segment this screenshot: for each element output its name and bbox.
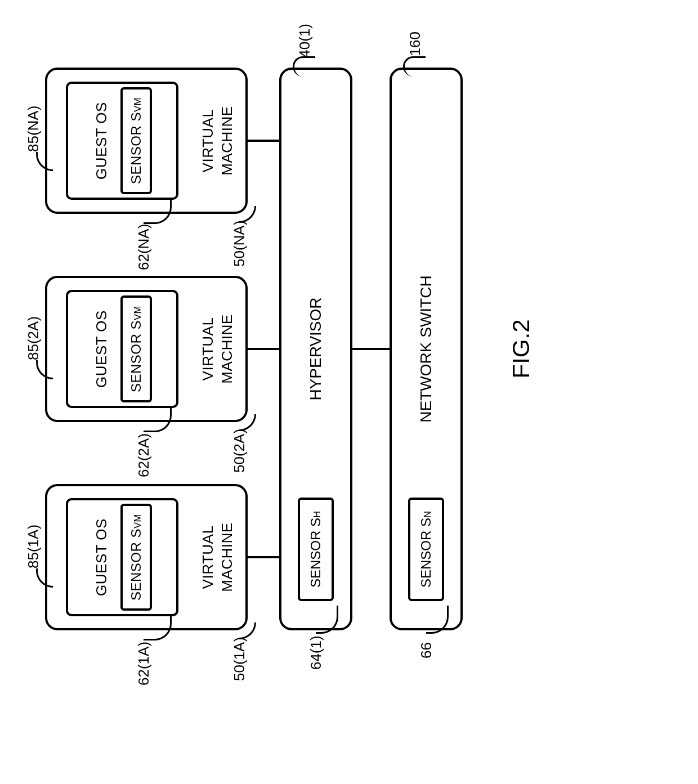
diagram-canvas: 85(1A) GUEST OS SENSOR SVM VIRTUALMACHIN…	[45, 45, 535, 653]
leader-hypervisor	[293, 56, 315, 77]
leader-sensor-1	[144, 616, 172, 640]
vm-label-1: VIRTUALMACHINE	[199, 522, 237, 592]
vm-row: 85(1A) GUEST OS SENSOR SVM VIRTUALMACHIN…	[45, 68, 279, 630]
guest-os-box-1: GUEST OS SENSOR SVM	[66, 498, 178, 616]
vm-sensor-1: SENSOR SVM	[120, 504, 152, 611]
leader-vm-1	[239, 622, 256, 639]
ref-switch-sensor: 66	[418, 642, 435, 658]
vm-column-2: 85(2A) GUEST OS SENSOR SVM VIRTUALMACHIN…	[45, 276, 279, 422]
connector-hyp-switch	[352, 348, 390, 350]
ref-vm-3: 50(NA)	[231, 221, 248, 267]
ref-os-2: 85(2A)	[25, 316, 42, 360]
vm-box-2: GUEST OS SENSOR SVM VIRTUALMACHINE	[45, 276, 248, 422]
vm-box-1: GUEST OS SENSOR SVM VIRTUALMACHINE	[45, 484, 248, 630]
ref-hyp-sensor: 64(1)	[307, 635, 325, 670]
leader-os-1	[36, 568, 53, 588]
leader-sensor-3	[144, 199, 172, 224]
hypervisor-sensor: SENSOR SH	[298, 498, 334, 601]
vm-label-3: VIRTUALMACHINE	[199, 106, 237, 175]
ref-sensor-3: 62(NA)	[135, 224, 153, 270]
guest-os-label-3: GUEST OS	[93, 102, 110, 180]
ref-sensor-2: 62(2A)	[135, 433, 153, 477]
hypervisor-box: SENSOR SH HYPERVISOR	[279, 68, 352, 630]
connector-vm2-hyp	[248, 348, 279, 350]
ref-hypervisor: 40(1)	[296, 24, 314, 58]
leader-switch	[403, 56, 426, 77]
hypervisor-label: HYPERVISOR	[307, 297, 325, 400]
switch-label: NETWORK SWITCH	[417, 275, 435, 422]
leader-sensor-2	[144, 407, 172, 432]
ref-os-3: 85(NA)	[25, 106, 42, 152]
vm-box-3: GUEST OS SENSOR SVM VIRTUALMACHINE	[45, 68, 248, 214]
vm-column-3: 85(NA) GUEST OS SENSOR SVM VIRTUALMACHIN…	[45, 68, 279, 214]
connector-vm3-hyp	[248, 140, 279, 142]
guest-os-box-2: GUEST OS SENSOR SVM	[66, 290, 178, 408]
connector-vm1-hyp	[248, 556, 279, 558]
vm-column-1: 85(1A) GUEST OS SENSOR SVM VIRTUALMACHIN…	[45, 484, 279, 630]
ref-vm-1: 50(1A)	[231, 637, 248, 681]
guest-os-box-3: GUEST OS SENSOR SVM	[66, 82, 178, 200]
ref-vm-2: 50(2A)	[231, 429, 248, 473]
figure-label: FIG.2	[508, 45, 535, 653]
vm-label-2: VIRTUALMACHINE	[199, 314, 237, 383]
leader-os-3	[36, 152, 53, 171]
ref-sensor-1: 62(1A)	[135, 642, 153, 686]
ref-os-1: 85(1A)	[25, 525, 42, 568]
switch-sensor: SENSOR SN	[408, 498, 444, 601]
guest-os-label-2: GUEST OS	[93, 310, 110, 388]
hyp-switch-connector-wrap	[352, 68, 390, 630]
guest-os-label-1: GUEST OS	[93, 518, 110, 596]
switch-box: SENSOR SN NETWORK SWITCH	[390, 68, 463, 630]
hypervisor-wrap: SENSOR SH HYPERVISOR 40(1) 64(1)	[279, 68, 352, 630]
vm-sensor-3: SENSOR SVM	[120, 87, 152, 194]
ref-switch: 160	[406, 32, 424, 56]
leader-os-2	[36, 360, 53, 379]
vm-sensor-2: SENSOR SVM	[120, 295, 152, 402]
leader-vm-2	[239, 414, 256, 431]
switch-wrap: SENSOR SN NETWORK SWITCH 160 66	[390, 68, 463, 630]
leader-vm-3	[239, 206, 256, 223]
